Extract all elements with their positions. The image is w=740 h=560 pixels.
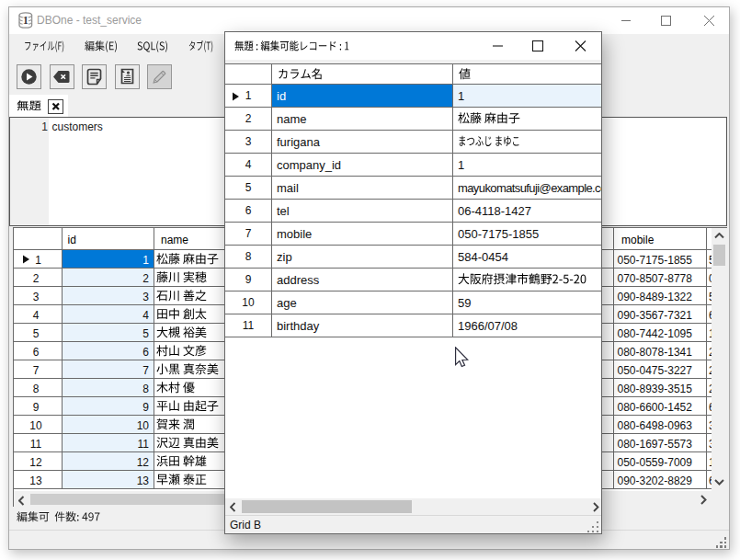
svg-text:1: 1	[23, 15, 28, 26]
